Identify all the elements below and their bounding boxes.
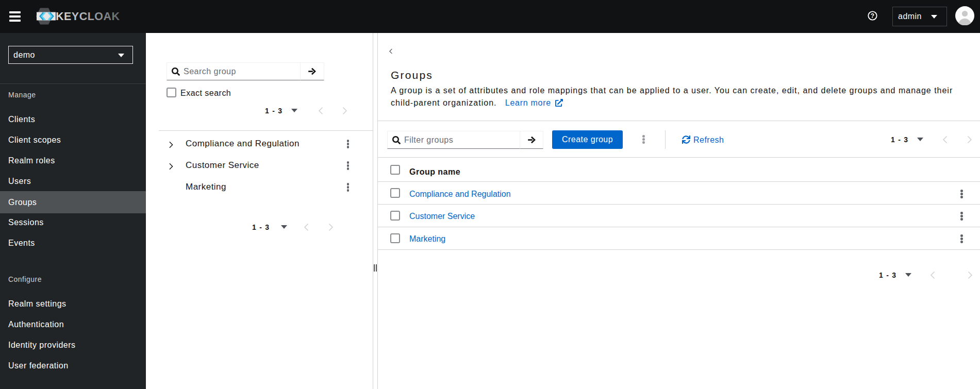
svg-text:KEYCLOAK: KEYCLOAK: [56, 10, 120, 23]
svg-text:?: ?: [871, 12, 875, 20]
